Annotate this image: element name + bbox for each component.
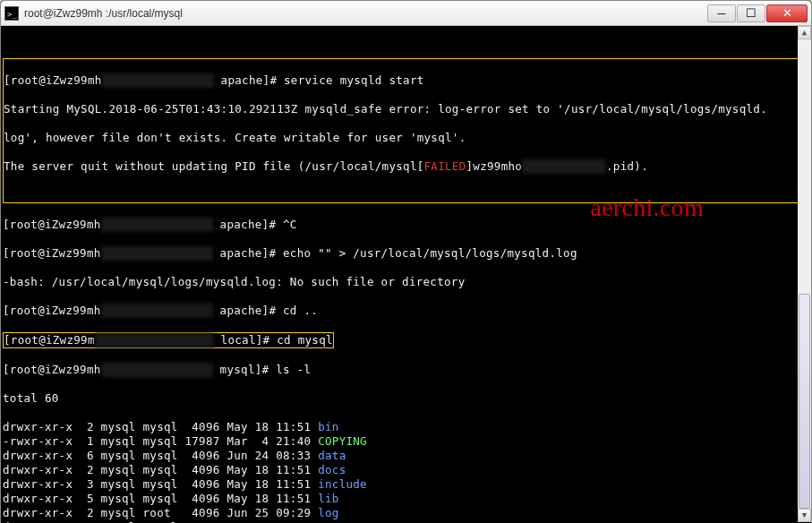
ls-row: drwxr-xr-x 5 mysql mysql 4096 May 18 11:…	[3, 492, 809, 506]
output: Starting MySQL.2018-06-25T01:43:10.29211…	[4, 102, 808, 116]
failed-label: FAILED	[424, 159, 466, 173]
ls-total: total 60	[3, 391, 809, 406]
output: ]wz99mho	[466, 159, 523, 173]
prompt-host: [root@iZwz99mh	[3, 246, 101, 260]
window-controls: ─ ☐ ✕	[707, 4, 808, 22]
close-button[interactable]: ✕	[766, 4, 808, 22]
minimize-button[interactable]: ─	[707, 4, 736, 22]
output: log', however file don't exists. Create …	[4, 131, 808, 145]
cmd: apache]# service mysqld start	[214, 73, 424, 87]
maximize-button[interactable]: ☐	[737, 4, 765, 22]
output: .pid).	[606, 159, 648, 173]
highlight-box-cd: [root@iZwz99mxxxxxxxxxxxxxxxxx local]# c…	[3, 332, 334, 348]
terminal-app-icon	[4, 6, 19, 21]
ls-row: drwxr-xr-x 2 mysql mysql 4096 May 18 11:…	[3, 463, 809, 477]
cmd: apache]# cd ..	[213, 304, 318, 317]
watermark: aerchi.com	[590, 201, 704, 215]
scrollbar-thumb[interactable]	[799, 294, 810, 509]
cmd: apache]# echo "" > /usr/local/mysql/logs…	[213, 246, 577, 260]
ls-row: drwxr-xr-x 3 mysql mysql 4096 May 18 11:…	[3, 477, 809, 492]
output: The server quit without updating PID fil…	[4, 159, 424, 173]
cmd: apache]# ^C	[213, 218, 297, 231]
ls-row: -rwxr-xr-x 1 mysql mysql 17987 Mar 4 21:…	[3, 434, 809, 449]
prompt-host: [root@iZwz99m	[4, 333, 95, 347]
vertical-scrollbar[interactable]: ▲ ▼	[798, 26, 811, 522]
ls-row: drwxr-xr-x 6 mysql mysql 4096 Jun 24 08:…	[3, 449, 809, 463]
scrollbar-track[interactable]	[798, 39, 811, 509]
cmd: local]# cd mysql	[214, 333, 333, 347]
cmd: mysql]# ls -l	[213, 363, 312, 376]
scroll-down-button[interactable]: ▼	[798, 509, 811, 522]
terminal-body[interactable]: [root@iZwz99mhxxxxxxxxxxxxxxxx apache]# …	[1, 26, 811, 523]
output: -bash: /usr/local/mysql/logs/mysqld.log:…	[3, 275, 809, 289]
prompt-host: [root@iZwz99mh	[3, 363, 101, 376]
prompt-host: [root@iZwz99mh	[3, 218, 101, 231]
prompt-host: [root@iZwz99mh	[4, 73, 102, 87]
window-title: root@iZwz99mh :/usr/local/mysql	[24, 6, 707, 21]
highlight-box-1: [root@iZwz99mhxxxxxxxxxxxxxxxx apache]# …	[3, 58, 809, 203]
prompt-host: [root@iZwz99mh	[3, 304, 101, 317]
ls-row: drwxr-xr-x 2 mysql mysql 4096 May 18 11:…	[3, 420, 809, 434]
ls-row: drwxr-xr-x 2 mysql root 4096 Jun 25 09:2…	[3, 506, 809, 520]
terminal-window: root@iZwz99mh :/usr/local/mysql ─ ☐ ✕ [r…	[0, 0, 812, 523]
titlebar[interactable]: root@iZwz99mh :/usr/local/mysql ─ ☐ ✕	[1, 1, 811, 26]
scroll-up-button[interactable]: ▲	[798, 26, 811, 39]
